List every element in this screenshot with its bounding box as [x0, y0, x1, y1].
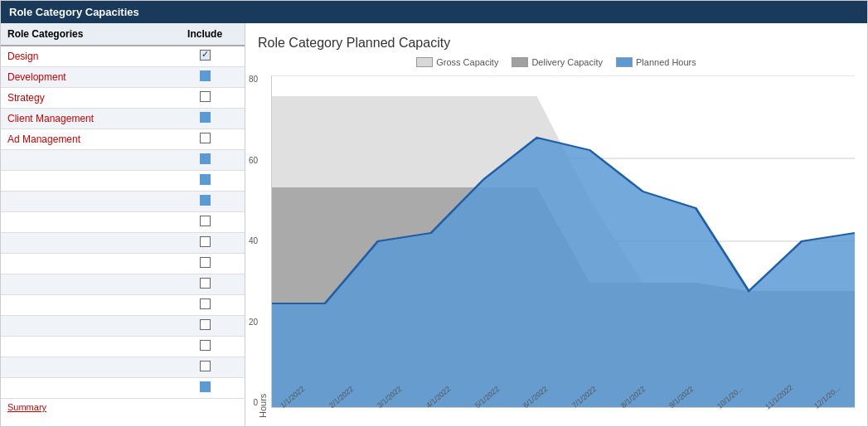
role-category-name — [1, 192, 165, 212]
include-checkbox[interactable] — [200, 174, 211, 185]
left-panel: Role Categories Include DesignDevelopmen… — [1, 23, 245, 426]
chart-inner: 806040200 — [271, 75, 855, 408]
include-checkbox[interactable] — [200, 91, 211, 102]
include-checkbox-cell[interactable] — [165, 316, 245, 337]
include-checkbox[interactable] — [200, 195, 211, 206]
include-checkbox-cell[interactable] — [165, 109, 245, 129]
include-checkbox-cell[interactable] — [165, 233, 245, 254]
role-category-name — [1, 316, 165, 337]
chart-area: Hours 806040200 1/1/20222/1/20223/1/2022… — [258, 75, 855, 418]
include-checkbox[interactable] — [200, 50, 211, 61]
y-axis-tick: 60 — [249, 157, 258, 165]
include-checkbox-cell[interactable] — [165, 274, 245, 295]
include-checkbox[interactable] — [200, 216, 211, 226]
role-category-name — [1, 357, 165, 378]
include-checkbox[interactable] — [200, 319, 211, 330]
title-bar: Role Category Capacities — [1, 1, 867, 23]
role-category-name: Ad Management — [1, 129, 165, 150]
role-category-name: Development — [1, 67, 165, 88]
role-category-name — [1, 254, 165, 274]
role-category-name: Strategy — [1, 88, 165, 109]
include-checkbox[interactable] — [200, 278, 211, 289]
include-checkbox[interactable] — [200, 381, 211, 392]
role-category-name — [1, 337, 165, 357]
include-checkbox-cell[interactable] — [165, 171, 245, 192]
role-categories-table: Role Categories Include DesignDevelopmen… — [1, 23, 245, 399]
include-checkbox[interactable] — [200, 236, 211, 247]
y-axis-tick: 40 — [249, 237, 258, 245]
legend-label: Gross Capacity — [436, 57, 498, 67]
include-checkbox[interactable] — [200, 361, 211, 371]
chart-title: Role Category Planned Capacity — [258, 36, 855, 51]
legend-color-box — [616, 57, 633, 67]
col-header-include: Include — [165, 23, 245, 46]
role-category-name — [1, 295, 165, 316]
include-checkbox[interactable] — [200, 257, 211, 268]
include-checkbox-cell[interactable] — [165, 67, 245, 88]
col-header-role-categories: Role Categories — [1, 23, 165, 46]
include-checkbox[interactable] — [200, 70, 211, 81]
chart-svg — [272, 75, 855, 407]
include-checkbox-cell[interactable] — [165, 46, 245, 67]
chart-legend: Gross CapacityDelivery CapacityPlanned H… — [258, 57, 855, 67]
include-checkbox[interactable] — [200, 153, 211, 164]
footer-summary[interactable]: Summary — [1, 399, 245, 415]
include-checkbox-cell[interactable] — [165, 150, 245, 171]
include-checkbox-cell[interactable] — [165, 357, 245, 378]
include-checkbox[interactable] — [200, 298, 211, 309]
legend-color-box — [416, 57, 433, 67]
legend-item: Planned Hours — [616, 57, 696, 67]
y-axis-tick: 80 — [249, 75, 258, 84]
legend-label: Planned Hours — [636, 57, 696, 67]
include-checkbox-cell[interactable] — [165, 192, 245, 212]
include-checkbox-cell[interactable] — [165, 254, 245, 274]
main-content: Role Categories Include DesignDevelopmen… — [1, 23, 867, 426]
role-category-name — [1, 150, 165, 171]
include-checkbox-cell[interactable] — [165, 129, 245, 150]
role-category-name — [1, 233, 165, 254]
include-checkbox-cell[interactable] — [165, 295, 245, 316]
role-category-name — [1, 378, 165, 399]
include-checkbox-cell[interactable] — [165, 378, 245, 399]
y-axis-tick: 20 — [249, 318, 258, 327]
include-checkbox-cell[interactable] — [165, 337, 245, 357]
y-axis-label: Hours — [258, 75, 268, 418]
role-category-name — [1, 171, 165, 192]
role-category-name — [1, 212, 165, 233]
legend-color-box — [512, 57, 528, 67]
legend-item: Delivery Capacity — [512, 57, 603, 67]
app-title: Role Category Capacities — [9, 6, 139, 18]
role-category-name — [1, 274, 165, 295]
include-checkbox[interactable] — [200, 112, 211, 123]
include-checkbox[interactable] — [200, 133, 211, 143]
role-category-name: Client Management — [1, 109, 165, 129]
right-panel: Role Category Planned Capacity Gross Cap… — [245, 23, 867, 426]
y-axis-tick: 0 — [254, 399, 259, 407]
include-checkbox-cell[interactable] — [165, 212, 245, 233]
include-checkbox-cell[interactable] — [165, 88, 245, 109]
app-container: Role Category Capacities Role Categories… — [0, 0, 868, 427]
legend-label: Delivery Capacity — [531, 57, 603, 67]
legend-item: Gross Capacity — [416, 57, 498, 67]
include-checkbox[interactable] — [200, 340, 211, 351]
role-category-name: Design — [1, 46, 165, 67]
